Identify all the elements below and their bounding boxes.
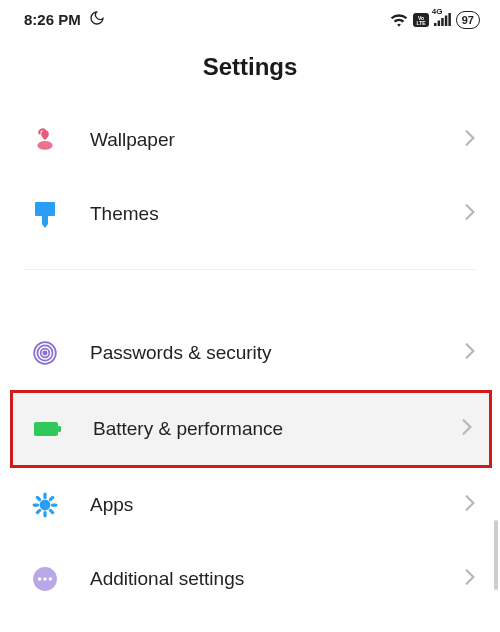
svg-rect-3 <box>434 23 437 26</box>
chevron-right-icon <box>464 566 476 592</box>
row-passwords-security[interactable]: Passwords & security <box>0 316 500 390</box>
row-wallpaper[interactable]: Wallpaper <box>0 103 500 177</box>
moon-icon <box>89 10 105 29</box>
scrollbar[interactable] <box>494 520 498 590</box>
status-right: VoLTE 4G 97 <box>390 11 480 29</box>
svg-point-21 <box>49 577 52 580</box>
svg-point-14 <box>43 351 46 354</box>
svg-rect-5 <box>441 18 444 26</box>
status-time: 8:26 PM <box>24 11 81 28</box>
svg-rect-15 <box>34 422 58 436</box>
fingerprint-icon <box>30 338 60 368</box>
svg-rect-4 <box>437 21 440 27</box>
chevron-right-icon <box>461 416 473 442</box>
row-additional-settings[interactable]: Additional settings <box>0 542 500 616</box>
svg-point-19 <box>38 577 41 580</box>
status-bar: 8:26 PM VoLTE 4G 97 <box>0 0 500 37</box>
settings-list: Wallpaper Themes Passwords & security Ba… <box>0 103 500 616</box>
section-gap <box>0 292 500 316</box>
svg-rect-7 <box>448 13 451 26</box>
row-battery-performance[interactable]: Battery & performance <box>10 390 492 468</box>
svg-rect-10 <box>42 216 48 224</box>
svg-rect-16 <box>58 426 61 432</box>
wallpaper-icon <box>30 125 60 155</box>
row-label: Passwords & security <box>90 342 464 364</box>
chevron-right-icon <box>464 492 476 518</box>
svg-point-20 <box>43 577 46 580</box>
chevron-right-icon <box>464 127 476 153</box>
svg-point-17 <box>40 500 51 511</box>
divider <box>24 269 476 270</box>
more-icon <box>30 564 60 594</box>
apps-icon <box>30 490 60 520</box>
row-apps[interactable]: Apps <box>0 468 500 542</box>
svg-rect-6 <box>445 16 448 27</box>
battery-icon: 97 <box>456 11 480 29</box>
svg-point-8 <box>37 141 52 150</box>
themes-icon <box>30 199 60 229</box>
page-title: Settings <box>0 37 500 103</box>
row-themes[interactable]: Themes <box>0 177 500 251</box>
signal-icon: 4G <box>434 13 451 26</box>
row-label: Battery & performance <box>93 418 461 440</box>
svg-rect-9 <box>35 202 55 216</box>
wifi-icon <box>390 13 408 27</box>
row-label: Themes <box>90 203 464 225</box>
volte-icon: VoLTE <box>413 13 429 27</box>
chevron-right-icon <box>464 201 476 227</box>
svg-text:LTE: LTE <box>416 20 426 26</box>
status-left: 8:26 PM <box>24 10 105 29</box>
row-label: Additional settings <box>90 568 464 590</box>
battery-icon <box>33 414 63 444</box>
chevron-right-icon <box>464 340 476 366</box>
row-label: Wallpaper <box>90 129 464 151</box>
row-label: Apps <box>90 494 464 516</box>
